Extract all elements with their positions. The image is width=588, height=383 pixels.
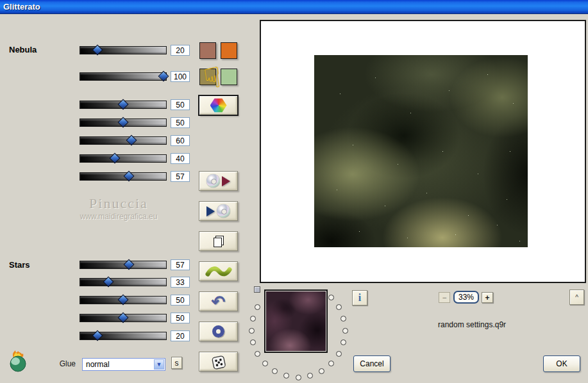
undo-arrow-icon: ↶: [212, 293, 226, 310]
slider-track[interactable]: [80, 296, 167, 304]
color-swatch-a2[interactable]: [221, 42, 237, 59]
undo-button[interactable]: ↶: [199, 291, 238, 311]
color-swatch-b1[interactable]: [199, 69, 216, 85]
slider-thumb[interactable]: [92, 330, 103, 341]
cd-disc-icon: [206, 174, 220, 188]
slider-value-input[interactable]: [171, 295, 190, 306]
slider-thumb[interactable]: [124, 171, 135, 182]
slider-track[interactable]: [80, 101, 167, 109]
zoom-level-display: 33%: [453, 291, 479, 304]
watermark-name: Pinuccia: [38, 195, 199, 212]
ring-dot[interactable]: [249, 328, 255, 334]
cd-disc-icon: [217, 204, 230, 218]
info-button[interactable]: i: [352, 290, 367, 306]
zoom-out-button[interactable]: −: [439, 292, 450, 303]
ring-dot[interactable]: [336, 351, 342, 357]
rainbow-hexagon-icon: [210, 98, 227, 113]
glue-dropdown[interactable]: normal ▼: [82, 358, 165, 371]
slider-track[interactable]: [80, 261, 167, 269]
ring-dot[interactable]: [262, 361, 268, 366]
copy-settings-button[interactable]: [199, 231, 238, 251]
wave-variation-button[interactable]: [199, 261, 238, 281]
slider-value-input[interactable]: [171, 99, 190, 110]
ring-dot[interactable]: [319, 368, 324, 374]
stars-speckles: [314, 55, 315, 56]
glitterato-dialog: Glitterato Nebula Stars A B Scale Textur…: [0, 0, 588, 383]
ring-dot[interactable]: [296, 375, 301, 380]
color-swatch-b2[interactable]: [221, 69, 237, 85]
slider-thumb[interactable]: [118, 117, 129, 128]
ring-dot[interactable]: [255, 304, 260, 310]
slider-thumb[interactable]: [92, 45, 103, 56]
slider-value-input[interactable]: [171, 277, 190, 288]
slider-thumb[interactable]: [124, 259, 135, 270]
slider-thumb[interactable]: [103, 277, 114, 288]
ok-button[interactable]: OK: [543, 355, 580, 372]
slider-thumb[interactable]: [109, 153, 120, 164]
ring-dot[interactable]: [342, 328, 348, 334]
flaming-pear-logo-icon: [7, 350, 30, 373]
slider-track[interactable]: [80, 136, 167, 145]
ring-dot[interactable]: [328, 361, 334, 366]
slider-thumb[interactable]: [126, 135, 137, 146]
reset-button[interactable]: [199, 322, 238, 341]
ring-dot[interactable]: [307, 373, 313, 379]
slider-value-input[interactable]: [171, 171, 190, 182]
slider-track[interactable]: [80, 118, 167, 127]
resize-handle[interactable]: [254, 286, 260, 293]
save-settings-button[interactable]: [199, 171, 238, 191]
slider-value-input[interactable]: [171, 117, 190, 128]
nebula-section-label: Nebula: [9, 45, 37, 54]
stars-section-label: Stars: [9, 260, 30, 270]
ring-dot[interactable]: [255, 351, 260, 357]
slider-value-input[interactable]: [171, 135, 190, 146]
blue-play-triangle-icon: [206, 206, 215, 216]
blue-ring-icon: [212, 325, 224, 338]
s-button[interactable]: s: [171, 357, 182, 369]
slider-track[interactable]: [80, 172, 167, 181]
watermark-url: www.maidiregrafica.eu: [38, 212, 199, 221]
slider-track[interactable]: [80, 314, 167, 322]
randomize-button[interactable]: [199, 352, 238, 371]
ring-dot[interactable]: [250, 339, 256, 345]
color-swatch-a1[interactable]: [199, 42, 216, 59]
green-wave-icon: [205, 265, 232, 279]
slider-value-input[interactable]: [171, 313, 190, 323]
ring-dot[interactable]: [328, 295, 334, 300]
chevron-down-icon[interactable]: ▼: [154, 359, 164, 370]
color-wheel-button[interactable]: [199, 95, 238, 115]
slider-value-input[interactable]: [171, 153, 190, 164]
ring-dot[interactable]: [250, 316, 256, 322]
slider-thumb[interactable]: [118, 295, 129, 306]
slider-value-input[interactable]: [171, 330, 190, 341]
watermark: Pinuccia www.maidiregrafica.eu: [38, 195, 199, 221]
load-settings-button[interactable]: [199, 201, 238, 221]
slider-track[interactable]: [80, 332, 167, 340]
documents-icon: [214, 236, 223, 247]
nebula-preview-image: [314, 55, 528, 247]
ring-dot[interactable]: [272, 368, 278, 374]
slider-value-input[interactable]: [171, 71, 190, 82]
slider-track[interactable]: [80, 72, 167, 81]
slider-thumb[interactable]: [118, 313, 129, 323]
slider-thumb[interactable]: [118, 99, 129, 110]
ring-dot[interactable]: [340, 316, 346, 322]
slider-track[interactable]: [80, 46, 167, 54]
settings-filename: random settings.q9r: [438, 320, 506, 329]
slider-track[interactable]: [80, 278, 167, 286]
slider-value-input[interactable]: [171, 45, 190, 56]
ring-dot[interactable]: [336, 304, 342, 310]
zoom-in-button[interactable]: +: [482, 292, 493, 303]
glue-selected-value: normal: [86, 360, 110, 369]
slider-value-input[interactable]: [171, 259, 190, 270]
collapse-button[interactable]: ^: [569, 289, 584, 305]
ring-dot[interactable]: [283, 373, 289, 379]
slider-track[interactable]: [80, 154, 167, 163]
title-bar[interactable]: Glitterato: [0, 0, 588, 14]
ring-dot[interactable]: [340, 339, 346, 345]
window-title: Glitterato: [3, 2, 40, 12]
cancel-button[interactable]: Cancel: [353, 355, 391, 372]
slider-thumb[interactable]: [158, 71, 169, 82]
variation-thumbnail[interactable]: [264, 289, 328, 353]
info-icon: i: [358, 292, 361, 304]
